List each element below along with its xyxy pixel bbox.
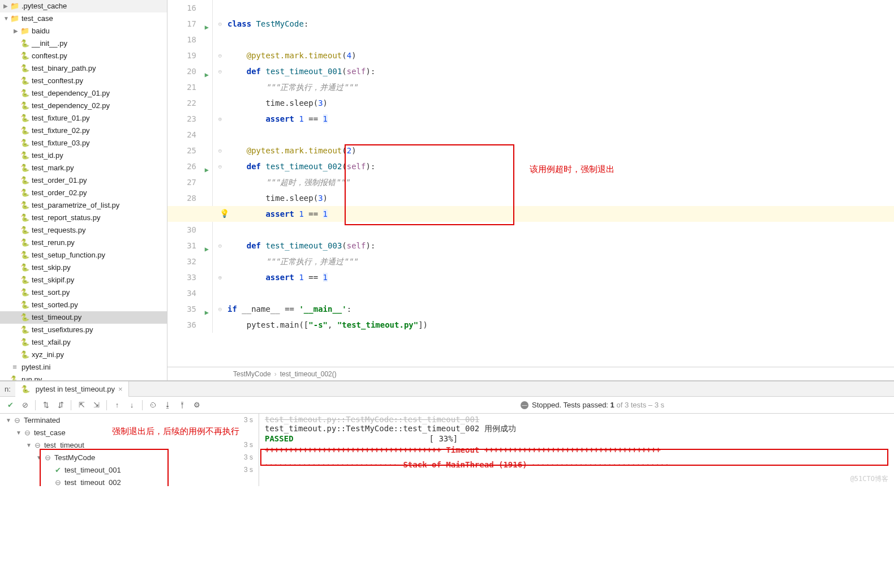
code-line[interactable]: if __name__ == '__main__': [227, 301, 894, 317]
tree-item-test_id-py[interactable]: 🐍test_id.py [0, 149, 167, 162]
fold-icon[interactable]: ⊖ [213, 301, 227, 317]
ok-icon[interactable]: ✔ [3, 398, 17, 412]
close-icon[interactable]: × [118, 385, 123, 393]
tree-item-test_case[interactable]: ▼📁test_case [0, 12, 167, 25]
code-line[interactable]: @pytest.mark.timeout(4) [227, 48, 894, 63]
tree-item-test_conftest-py[interactable]: 🐍test_conftest.py [0, 75, 167, 87]
breadcrumbs[interactable]: TestMyCode › test_timeout_002() [167, 367, 894, 380]
code-line[interactable] [227, 285, 894, 301]
import-icon[interactable]: ⭳ [161, 398, 174, 412]
code-line[interactable] [227, 32, 894, 48]
fold-icon[interactable] [213, 285, 227, 301]
code-line[interactable]: time.sleep(3) [227, 190, 894, 206]
tree-item-test_requests-py[interactable]: 🐍test_requests.py [0, 224, 167, 237]
tree-item-test_report_status-py[interactable]: 🐍test_report_status.py [0, 212, 167, 224]
fold-icon[interactable] [213, 174, 227, 190]
tree-item-test_fixture_02-py[interactable]: 🐍test_fixture_02.py [0, 125, 167, 137]
tree-item-test_usefixtures-py[interactable]: 🐍test_usefixtures.py [0, 324, 167, 336]
tree-item-pytest-ini[interactable]: ≡pytest.ini [0, 361, 167, 374]
code-line[interactable]: """正常执行，并通过""" [227, 79, 894, 95]
code-line[interactable]: """超时，强制报错""" [227, 174, 894, 190]
fold-icon[interactable] [213, 32, 227, 48]
fold-icon[interactable]: ⊕ [213, 269, 227, 285]
code-line[interactable]: class TestMyCode: [227, 16, 894, 32]
crumb[interactable]: TestMyCode [233, 370, 271, 378]
tree-item-test_setup_function-py[interactable]: 🐍test_setup_function.py [0, 249, 167, 261]
collapse-icon[interactable]: ⇲ [89, 398, 103, 412]
down-icon[interactable]: ↓ [125, 398, 139, 412]
disabled-icon[interactable]: ⊘ [18, 398, 32, 412]
fold-icon[interactable] [213, 95, 227, 111]
test-row-test_timeout_002[interactable]: ⊖test_timeout_002 [0, 476, 259, 486]
tree-item-test_skipif-py[interactable]: 🐍test_skipif.py [0, 274, 167, 286]
fold-icon[interactable]: ⊕ [213, 111, 227, 127]
run-tab[interactable]: 🐍 pytest in test_timeout.py × [15, 381, 129, 397]
tree-item-test_dependency_02-py[interactable]: 🐍test_dependency_02.py [0, 100, 167, 112]
tree-item-baidu[interactable]: ▶📁baidu [0, 25, 167, 37]
fold-icon[interactable]: ⊖ [213, 48, 227, 63]
code-line[interactable]: @pytest.mark.timeout(2) [227, 143, 894, 158]
fold-icon[interactable]: ⊖ [213, 63, 227, 79]
tree-item-test_order_02-py[interactable]: 🐍test_order_02.py [0, 187, 167, 199]
tree-item-test_sort-py[interactable]: 🐍test_sort.py [0, 286, 167, 299]
code-line[interactable] [227, 127, 894, 143]
tree-item-run-py[interactable]: 🐍run.py [0, 374, 167, 380]
fold-icon[interactable] [213, 254, 227, 269]
code-line[interactable]: assert 1 == 1 [227, 111, 894, 127]
project-tree-panel: ▶📁.pytest_cache▼📁test_case▶📁baidu🐍__init… [0, 0, 167, 380]
fold-icon[interactable] [213, 222, 227, 238]
up-icon[interactable]: ↑ [110, 398, 124, 412]
test-row-Terminated[interactable]: ▼⊖Terminated3 s [0, 414, 259, 426]
fold-icon[interactable]: ⊖ [213, 158, 227, 174]
test-row-test_timeout_001[interactable]: ✔test_timeout_0013 s [0, 463, 259, 476]
fold-icon[interactable] [213, 0, 227, 16]
tree-item-test_skip-py[interactable]: 🐍test_skip.py [0, 261, 167, 274]
code-line[interactable] [227, 222, 894, 238]
sort-alpha-icon[interactable]: ⇵ [54, 398, 67, 412]
expand-icon[interactable]: ⇱ [75, 398, 88, 412]
test-row-test_timeout[interactable]: ▼⊖test_timeout3 s [0, 439, 259, 451]
tree-item-test_fixture_01-py[interactable]: 🐍test_fixture_01.py [0, 112, 167, 125]
fold-icon[interactable] [213, 190, 227, 206]
fold-icon[interactable] [213, 79, 227, 95]
code-line[interactable]: assert 1 == 1 [227, 269, 894, 285]
code-line[interactable]: time.sleep(3) [227, 95, 894, 111]
tree-item-test_binary_path-py[interactable]: 🐍test_binary_path.py [0, 62, 167, 75]
code-line[interactable]: pytest.main(["-s", "test_timeout.py"]) [227, 317, 894, 333]
sort-icon[interactable]: ⇅ [39, 398, 53, 412]
fold-icon[interactable] [213, 317, 227, 333]
tree-item-conftest-py[interactable]: 🐍conftest.py [0, 50, 167, 62]
tree-item-test_xfail-py[interactable]: 🐍test_xfail.py [0, 336, 167, 349]
intention-bulb-icon[interactable]: 💡 [220, 209, 229, 218]
gear-icon[interactable]: ⚙ [190, 398, 204, 412]
code-line[interactable]: """正常执行，并通过""" [227, 254, 894, 269]
tree-item-test_timeout-py[interactable]: 🐍test_timeout.py [0, 311, 167, 324]
tree-item-test_dependency_01-py[interactable]: 🐍test_dependency_01.py [0, 87, 167, 100]
code-editor: 1617▶181920▶212223242526▶2728293031▶3233… [167, 0, 894, 380]
tree-item-test_parametrize_of_list-py[interactable]: 🐍test_parametrize_of_list.py [0, 199, 167, 212]
tree-item-test_mark-py[interactable]: 🐍test_mark.py [0, 162, 167, 174]
fold-icon[interactable]: ⊖ [213, 238, 227, 254]
tree-item-test_rerun-py[interactable]: 🐍test_rerun.py [0, 237, 167, 249]
test-status: ― Stopped. Tests passed: 1 of 3 tests – … [521, 401, 891, 409]
python-icon: 🐍 [20, 188, 29, 198]
tree-item--pytest_cache[interactable]: ▶📁.pytest_cache [0, 0, 167, 12]
fold-icon[interactable] [213, 127, 227, 143]
code-line[interactable]: assert 1 == 1 [167, 206, 894, 222]
tree-item-test_order_01-py[interactable]: 🐍test_order_01.py [0, 174, 167, 187]
code-line[interactable]: def test_timeout_003(self): [227, 238, 894, 254]
tree-item-test_sorted-py[interactable]: 🐍test_sorted.py [0, 299, 167, 311]
code-line[interactable] [227, 0, 894, 16]
code-line[interactable]: def test_timeout_001(self): [227, 63, 894, 79]
test-row-TestMyCode[interactable]: ▼⊖TestMyCode3 s [0, 451, 259, 463]
export-icon[interactable]: ⭱ [175, 398, 189, 412]
clock-icon[interactable]: ⏲ [146, 398, 160, 412]
tree-item-xyz_ini-py[interactable]: 🐍xyz_ini.py [0, 349, 167, 361]
crumb[interactable]: test_timeout_002() [280, 370, 337, 378]
tree-item-__init__-py[interactable]: 🐍__init__.py [0, 37, 167, 50]
tree-item-test_fixture_03-py[interactable]: 🐍test_fixture_03.py [0, 137, 167, 149]
fold-icon[interactable]: ⊖ [213, 143, 227, 158]
console-output[interactable]: test_timeout.py::TestMyCode::test_timeou… [259, 414, 894, 486]
fold-icon[interactable]: ⊖ [213, 16, 227, 32]
stop-icon: ⊖ [23, 428, 32, 437]
